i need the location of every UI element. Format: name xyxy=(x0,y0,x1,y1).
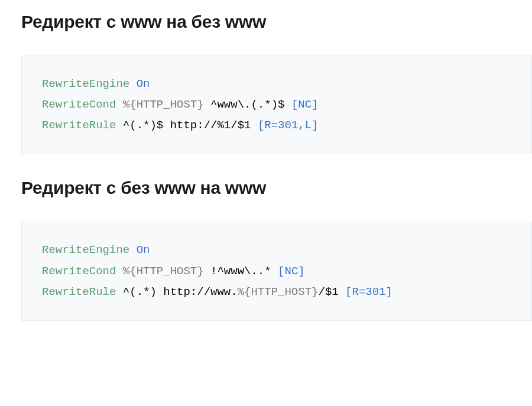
code-line: RewriteRule ^(.*)$ http://%1/$1 [R=301,L… xyxy=(42,115,511,136)
code-token: %{HTTP_HOST} xyxy=(123,98,204,111)
code-token xyxy=(129,77,136,90)
code-token: RewriteRule xyxy=(42,285,116,298)
code-token: On xyxy=(137,77,150,90)
code-token: ^(.*) http://www. xyxy=(116,285,237,298)
code-line: RewriteCond %{HTTP_HOST} !^www\..* [NC] xyxy=(42,261,511,282)
code-line: RewriteEngine On xyxy=(42,240,511,261)
code-block-2: RewriteEngine OnRewriteCond %{HTTP_HOST}… xyxy=(21,222,532,320)
code-token xyxy=(116,265,122,278)
code-token: ^www\.(.*)$ xyxy=(204,98,291,111)
section-www-to-no-www: Редирект с www на без www RewriteEngine … xyxy=(21,12,532,154)
heading-www-to-no-www: Редирект с www на без www xyxy=(21,12,532,32)
code-block-1: RewriteEngine OnRewriteCond %{HTTP_HOST}… xyxy=(21,56,532,154)
code-token: [NC] xyxy=(291,98,319,111)
code-token: On xyxy=(137,243,150,256)
code-line: RewriteRule ^(.*) http://www.%{HTTP_HOST… xyxy=(42,282,511,303)
code-line: RewriteEngine On xyxy=(42,74,511,95)
code-token xyxy=(129,243,136,256)
code-token: RewriteEngine xyxy=(42,243,129,256)
code-token: [NC] xyxy=(278,265,305,278)
code-token: ^(.*)$ http://%1/$1 xyxy=(116,119,257,132)
code-token: %{HTTP_HOST} xyxy=(238,285,319,298)
code-token xyxy=(116,98,122,111)
code-token: [R=301] xyxy=(345,285,392,298)
code-line: RewriteCond %{HTTP_HOST} ^www\.(.*)$ [NC… xyxy=(42,95,511,115)
code-token: %{HTTP_HOST} xyxy=(123,265,204,278)
code-token: [R=301,L] xyxy=(258,119,319,132)
heading-no-www-to-www: Редирект с без www на www xyxy=(21,178,532,198)
code-token: RewriteCond xyxy=(42,98,116,111)
code-token: RewriteRule xyxy=(42,119,116,132)
code-token: RewriteCond xyxy=(42,265,116,278)
code-token: /$1 xyxy=(318,285,345,298)
section-no-www-to-www: Редирект с без www на www RewriteEngine … xyxy=(21,178,532,320)
code-token: RewriteEngine xyxy=(42,77,129,90)
code-token: !^www\..* xyxy=(204,265,278,278)
